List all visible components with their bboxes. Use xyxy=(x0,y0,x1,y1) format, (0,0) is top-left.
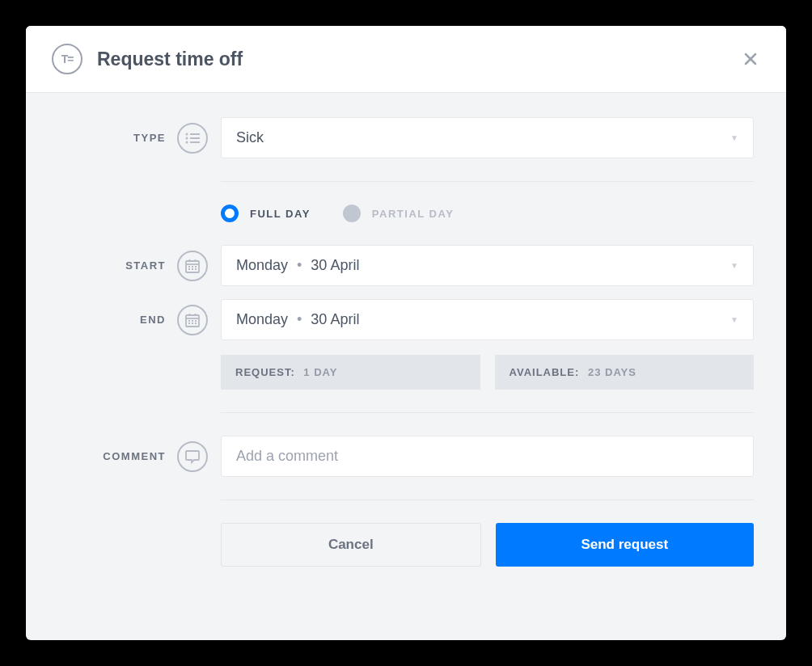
end-label: END xyxy=(140,314,166,326)
start-row: START Monday • 30 April ▼ xyxy=(58,245,754,286)
calendar-icon xyxy=(177,305,208,335)
close-icon[interactable] xyxy=(741,49,760,69)
type-select[interactable]: Sick ▼ xyxy=(221,117,754,158)
svg-point-0 xyxy=(186,133,188,135)
svg-point-2 xyxy=(186,137,188,139)
comment-row: COMMENT xyxy=(58,436,754,477)
svg-rect-1 xyxy=(190,133,200,135)
cancel-button[interactable]: Cancel xyxy=(221,523,481,567)
end-date-text: Monday • 30 April xyxy=(236,311,359,328)
end-date-select[interactable]: Monday • 30 April ▼ xyxy=(221,299,754,340)
chevron-down-icon: ▼ xyxy=(730,315,738,324)
send-request-button[interactable]: Send request xyxy=(496,523,755,567)
partial-day-radio[interactable]: PARTIAL DAY xyxy=(343,204,455,222)
available-value: 23 DAYS xyxy=(588,366,636,378)
list-icon xyxy=(177,123,208,154)
request-value: 1 DAY xyxy=(303,366,337,378)
start-date-select[interactable]: Monday • 30 April ▼ xyxy=(221,245,754,286)
modal-title: Request time off xyxy=(97,48,726,70)
end-row: END Monday • 30 April ▼ xyxy=(58,299,754,340)
full-day-label: FULL DAY xyxy=(250,208,311,220)
comment-input[interactable] xyxy=(221,436,754,477)
calendar-icon xyxy=(177,251,208,281)
duration-radio-group: FULL DAY PARTIAL DAY xyxy=(221,204,754,222)
full-day-radio[interactable]: FULL DAY xyxy=(221,204,311,222)
radio-selected-icon xyxy=(221,204,239,222)
modal-header: T= Request time off xyxy=(26,26,786,93)
chevron-down-icon: ▼ xyxy=(730,261,738,270)
logo-icon: T= xyxy=(52,44,82,74)
divider xyxy=(221,181,754,182)
radio-unselected-icon xyxy=(343,204,361,222)
partial-day-label: PARTIAL DAY xyxy=(372,208,455,220)
type-value: Sick xyxy=(236,129,264,146)
svg-rect-5 xyxy=(190,141,200,143)
request-label: REQUEST: xyxy=(235,366,295,378)
request-summary: REQUEST: 1 DAY xyxy=(221,355,480,390)
start-date-text: Monday • 30 April xyxy=(236,257,359,274)
type-row: TYPE Sick ▼ xyxy=(58,117,754,158)
start-label: START xyxy=(125,259,166,272)
modal-body: TYPE Sick ▼ FULL DAY PARTIAL DAY xyxy=(26,93,786,591)
divider xyxy=(221,412,754,413)
available-summary: AVAILABLE: 23 DAYS xyxy=(495,355,755,390)
type-label: TYPE xyxy=(133,132,166,144)
comment-label: COMMENT xyxy=(103,450,166,462)
divider xyxy=(221,500,754,500)
action-buttons: Cancel Send request xyxy=(221,523,754,567)
request-time-off-modal: T= Request time off TYPE Sick ▼ xyxy=(26,26,786,640)
chevron-down-icon: ▼ xyxy=(730,133,738,142)
svg-rect-3 xyxy=(190,137,200,139)
comment-icon xyxy=(177,441,208,472)
available-label: AVAILABLE: xyxy=(510,366,580,378)
svg-point-4 xyxy=(186,141,188,143)
summary-row: REQUEST: 1 DAY AVAILABLE: 23 DAYS xyxy=(221,355,754,390)
